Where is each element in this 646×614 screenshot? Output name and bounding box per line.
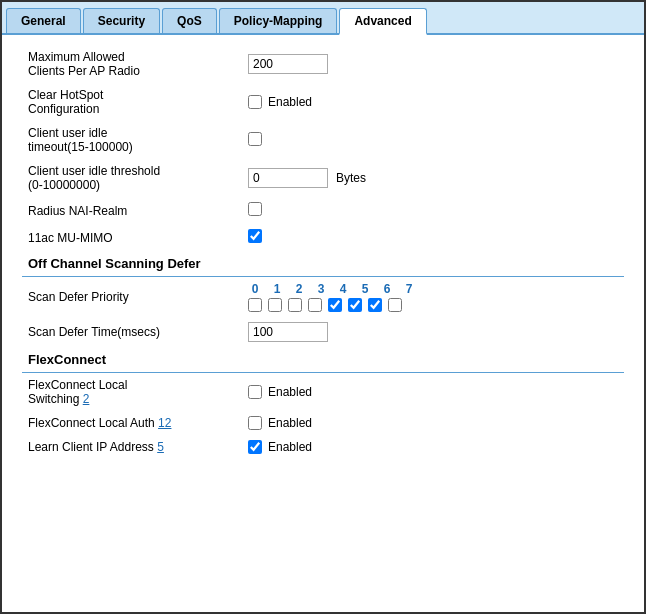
priority-cb-3[interactable] (308, 298, 322, 312)
tab-advanced[interactable]: Advanced (339, 8, 426, 35)
off-channel-section-row: Off Channel Scanning Defer (22, 251, 624, 277)
settings-table: Maximum AllowedClients Per AP Radio Clea… (22, 45, 624, 459)
priority-num-0: 0 (248, 282, 262, 296)
scan-defer-time-label: Scan Defer Time(msecs) (22, 317, 242, 347)
local-auth-text: FlexConnect Local Auth (28, 416, 155, 430)
priority-cb-2[interactable] (288, 298, 302, 312)
clear-hotspot-row: Clear HotSpotConfiguration Enabled (22, 83, 624, 121)
local-switching-enabled-label: Enabled (268, 385, 312, 399)
priority-cb-4[interactable] (328, 298, 342, 312)
radius-label: Radius NAI-Realm (22, 197, 242, 224)
local-switching-label: FlexConnect LocalSwitching 2 (22, 373, 242, 412)
priority-cb-6[interactable] (368, 298, 382, 312)
tab-qos[interactable]: QoS (162, 8, 217, 33)
priority-cb-7[interactable] (388, 298, 402, 312)
off-channel-section-header: Off Channel Scanning Defer (22, 251, 624, 277)
max-clients-label: Maximum AllowedClients Per AP Radio (22, 45, 242, 83)
learn-client-enabled-label: Enabled (268, 440, 312, 454)
priority-num-3: 3 (314, 282, 328, 296)
mu-mimo-cell (242, 224, 624, 251)
local-auth-checkbox[interactable] (248, 416, 262, 430)
learn-client-text: Learn Client IP Address (28, 440, 154, 454)
priority-num-1: 1 (270, 282, 284, 296)
priority-num-4: 4 (336, 282, 350, 296)
scan-defer-priority-cell: 0 1 2 3 4 5 6 7 (242, 277, 624, 318)
max-clients-input[interactable] (248, 54, 328, 74)
priority-numbers-row: 0 1 2 3 4 5 6 7 (248, 282, 618, 296)
tab-security[interactable]: Security (83, 8, 160, 33)
client-idle-checkbox[interactable] (248, 132, 262, 146)
scan-defer-priority-label: Scan Defer Priority (22, 277, 242, 318)
max-clients-value-cell (242, 45, 624, 83)
flexconnect-section-row: FlexConnect (22, 347, 624, 373)
priority-checkboxes-row (248, 298, 618, 312)
client-idle-row: Client user idletimeout(15-100000) (22, 121, 624, 159)
client-threshold-row: Client user idle threshold(0-10000000) B… (22, 159, 624, 197)
flexconnect-section-header: FlexConnect (22, 347, 624, 373)
local-auth-label: FlexConnect Local Auth 12 (22, 411, 242, 435)
learn-client-cell: Enabled (242, 435, 624, 459)
local-auth-cell: Enabled (242, 411, 624, 435)
learn-client-checkbox[interactable] (248, 440, 262, 454)
mu-mimo-checkbox[interactable] (248, 229, 262, 243)
scan-defer-priority-row: Scan Defer Priority 0 1 2 3 4 5 6 (22, 277, 624, 318)
priority-num-6: 6 (380, 282, 394, 296)
scan-defer-time-row: Scan Defer Time(msecs) (22, 317, 624, 347)
priority-cb-5[interactable] (348, 298, 362, 312)
learn-client-row: Learn Client IP Address 5 Enabled (22, 435, 624, 459)
priority-num-7: 7 (402, 282, 416, 296)
client-idle-label: Client user idletimeout(15-100000) (22, 121, 242, 159)
local-switching-cell: Enabled (242, 373, 624, 412)
priority-cb-0[interactable] (248, 298, 262, 312)
bytes-label: Bytes (336, 171, 366, 185)
learn-client-link[interactable]: 5 (157, 440, 164, 454)
tab-bar: General Security QoS Policy-Mapping Adva… (2, 2, 644, 35)
mu-mimo-label: 11ac MU-MIMO (22, 224, 242, 251)
tab-general[interactable]: General (6, 8, 81, 33)
app-container: General Security QoS Policy-Mapping Adva… (0, 0, 646, 614)
priority-num-2: 2 (292, 282, 306, 296)
client-idle-cell (242, 121, 624, 159)
clear-hotspot-enabled-label: Enabled (268, 95, 312, 109)
radius-cell (242, 197, 624, 224)
tab-content: Maximum AllowedClients Per AP Radio Clea… (2, 35, 644, 469)
clear-hotspot-cell: Enabled (242, 83, 624, 121)
radius-row: Radius NAI-Realm (22, 197, 624, 224)
client-threshold-input[interactable] (248, 168, 328, 188)
local-auth-link[interactable]: 12 (158, 416, 171, 430)
scan-defer-time-input[interactable] (248, 322, 328, 342)
mu-mimo-row: 11ac MU-MIMO (22, 224, 624, 251)
local-switching-row: FlexConnect LocalSwitching 2 Enabled (22, 373, 624, 412)
local-auth-row: FlexConnect Local Auth 12 Enabled (22, 411, 624, 435)
max-clients-row: Maximum AllowedClients Per AP Radio (22, 45, 624, 83)
scan-defer-time-cell (242, 317, 624, 347)
local-switching-link[interactable]: 2 (83, 392, 90, 406)
priority-num-5: 5 (358, 282, 372, 296)
client-threshold-label: Client user idle threshold(0-10000000) (22, 159, 242, 197)
radius-checkbox[interactable] (248, 202, 262, 216)
tab-policy-mapping[interactable]: Policy-Mapping (219, 8, 338, 33)
local-switching-checkbox[interactable] (248, 385, 262, 399)
clear-hotspot-checkbox[interactable] (248, 95, 262, 109)
learn-client-label: Learn Client IP Address 5 (22, 435, 242, 459)
client-threshold-cell: Bytes (242, 159, 624, 197)
priority-cb-1[interactable] (268, 298, 282, 312)
clear-hotspot-label: Clear HotSpotConfiguration (22, 83, 242, 121)
local-auth-enabled-label: Enabled (268, 416, 312, 430)
